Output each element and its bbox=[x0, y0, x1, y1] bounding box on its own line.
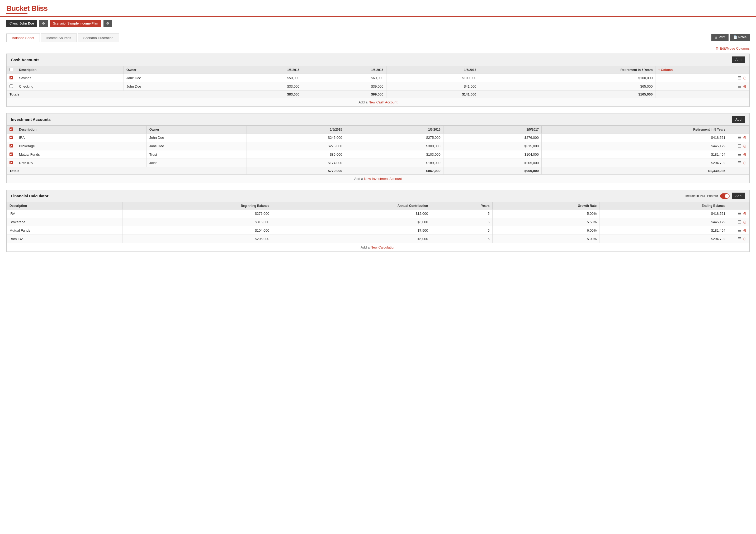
cash-row-1-remove-icon[interactable]: ⊖ bbox=[743, 84, 746, 89]
fc-row-2-remove-icon[interactable]: ⊖ bbox=[743, 228, 746, 233]
investment-accounts-select-all[interactable] bbox=[10, 127, 13, 131]
investment-totals-v1: $779,000 bbox=[247, 167, 345, 175]
logo: Bucket Bliss bbox=[6, 4, 750, 13]
fc-row-3-menu-icon[interactable]: ☰ bbox=[738, 236, 742, 242]
notes-icon: 📄 bbox=[733, 35, 737, 39]
include-pdf-toggle[interactable] bbox=[720, 193, 730, 199]
cash-accounts-title: Cash Accounts bbox=[11, 58, 40, 62]
edit-columns-link[interactable]: ⚙ Edit/Move Columns bbox=[716, 46, 750, 50]
fc-row-1-menu-icon[interactable]: ☰ bbox=[738, 219, 742, 224]
inv-row-2-v1: $85,000 bbox=[247, 150, 345, 159]
inv-row-0-v2: $275,000 bbox=[345, 134, 443, 142]
inv-row-1-menu-icon[interactable]: ☰ bbox=[738, 143, 742, 148]
fc-row-0-menu-icon[interactable]: ☰ bbox=[738, 211, 742, 216]
fc-row-3-actions: ☰ ⊖ bbox=[731, 236, 746, 242]
client-name: John Doe bbox=[19, 22, 34, 25]
inv-row-1-checkbox[interactable] bbox=[10, 144, 13, 147]
table-row: IRA $276,000 $12,000 5 5.00% $418,561 ☰ … bbox=[7, 210, 749, 218]
fc-col-ending-balance: Ending Balance bbox=[600, 202, 728, 210]
fc-row-1-ending-balance: $445,179 bbox=[600, 218, 728, 226]
fc-row-3-remove-icon[interactable]: ⊖ bbox=[743, 236, 746, 242]
new-cash-account-link[interactable]: New Cash Account bbox=[368, 100, 397, 104]
tab-actions: 🖨 Print 📄 Notes bbox=[712, 34, 750, 40]
cash-accounts-select-all[interactable] bbox=[10, 68, 13, 71]
client-label: Client: bbox=[10, 22, 18, 25]
scenario-gear-button[interactable]: ⚙ bbox=[103, 20, 112, 27]
inv-row-2-menu-icon[interactable]: ☰ bbox=[738, 152, 742, 157]
cash-row-1-menu-icon[interactable]: ☰ bbox=[738, 84, 742, 89]
cash-totals-label: Totals bbox=[7, 91, 218, 98]
cash-col-owner: Owner bbox=[123, 66, 218, 74]
inv-row-0-checkbox[interactable] bbox=[10, 136, 13, 139]
table-row: Brokerage Jane Doe $275,000 $300,000 $31… bbox=[7, 142, 749, 150]
cash-row-0-description: Savings bbox=[16, 74, 124, 82]
fc-add-row: Add a New Calculation bbox=[7, 243, 749, 252]
cash-add-row: Add a New Cash Account bbox=[7, 98, 749, 107]
inv-col-retirement: Retirement in 5 Years bbox=[542, 126, 728, 134]
inv-row-0-menu-icon[interactable]: ☰ bbox=[738, 135, 742, 140]
inv-row-1-description: Brokerage bbox=[16, 142, 147, 150]
cash-accounts-add-button[interactable]: Add bbox=[732, 57, 745, 63]
cash-row-0-menu-icon[interactable]: ☰ bbox=[738, 75, 742, 81]
inv-row-3-remove-icon[interactable]: ⊖ bbox=[743, 161, 746, 165]
inv-row-0-remove-icon[interactable]: ⊖ bbox=[743, 135, 746, 140]
inv-row-3-menu-icon[interactable]: ☰ bbox=[738, 161, 742, 165]
cash-row-1-checkbox[interactable] bbox=[10, 85, 13, 88]
fc-col-description: Description bbox=[7, 202, 122, 210]
fc-row-2-annual-contribution: $7,500 bbox=[272, 226, 431, 235]
client-badge: Client: John Doe bbox=[6, 20, 37, 27]
investment-totals-row: Totals $779,000 $867,000 $900,000 $1,339… bbox=[7, 167, 749, 175]
inv-row-3-actions: ☰ ⊖ bbox=[731, 161, 746, 165]
inv-row-2-checkbox[interactable] bbox=[10, 152, 13, 156]
client-gear-button[interactable]: ⚙ bbox=[39, 20, 48, 27]
fc-row-1-remove-icon[interactable]: ⊖ bbox=[743, 219, 746, 224]
include-pdf-label: Include in PDF Printout bbox=[685, 194, 718, 198]
fc-col-years: Years bbox=[431, 202, 492, 210]
inv-col-date3: 1/5/2017 bbox=[443, 126, 541, 134]
inv-row-3-owner: Joint bbox=[147, 159, 247, 167]
inv-row-2-remove-icon[interactable]: ⊖ bbox=[743, 152, 746, 157]
investment-accounts-title: Investment Accounts bbox=[11, 117, 51, 122]
fc-row-2-description: Mutual Funds bbox=[7, 226, 122, 235]
inv-row-2-v2: $103,000 bbox=[345, 150, 443, 159]
cash-row-1-v3: $41,000 bbox=[386, 82, 479, 91]
fc-row-1-beginning-balance: $315,000 bbox=[122, 218, 272, 226]
inv-row-1-v2: $300,000 bbox=[345, 142, 443, 150]
cash-col-add-column[interactable]: + Column bbox=[656, 66, 749, 74]
inv-row-2-v4: $181,454 bbox=[542, 150, 728, 159]
investment-add-row-cell: Add a New Investment Account bbox=[7, 175, 749, 183]
cash-col-date1: 1/5/2015 bbox=[218, 66, 302, 74]
notes-button[interactable]: 📄 Notes bbox=[730, 34, 750, 40]
inv-row-1-remove-icon[interactable]: ⊖ bbox=[743, 143, 746, 148]
tab-balance-sheet[interactable]: Balance Sheet bbox=[6, 34, 40, 42]
fc-row-3-beginning-balance: $205,000 bbox=[122, 235, 272, 243]
fc-row-2-menu-icon[interactable]: ☰ bbox=[738, 228, 742, 233]
toggle-knob bbox=[725, 194, 729, 198]
inv-row-3-v2: $189,000 bbox=[345, 159, 443, 167]
table-row: Checking John Doe $33,000 $39,000 $41,00… bbox=[7, 82, 749, 91]
cash-row-0-checkbox[interactable] bbox=[10, 76, 13, 79]
tab-scenario-illustration[interactable]: Scenario Illustration bbox=[78, 34, 119, 42]
inv-row-0-owner: John Doe bbox=[147, 134, 247, 142]
inv-row-2-v3: $104,000 bbox=[443, 150, 541, 159]
cash-totals-v3: $141,000 bbox=[386, 91, 479, 98]
new-calculation-link[interactable]: New Calculation bbox=[371, 245, 395, 249]
financial-calculator-add-button[interactable]: Add bbox=[732, 192, 745, 199]
investment-accounts-add-button[interactable]: Add bbox=[732, 116, 745, 123]
inv-row-3-checkbox[interactable] bbox=[10, 161, 13, 165]
inv-row-1-v3: $315,000 bbox=[443, 142, 541, 150]
fc-row-1-years: 5 bbox=[431, 218, 492, 226]
investment-add-row-prefix: Add a bbox=[354, 177, 364, 181]
fc-row-0-remove-icon[interactable]: ⊖ bbox=[743, 211, 746, 216]
cash-row-0-remove-icon[interactable]: ⊖ bbox=[743, 75, 746, 81]
fc-row-3-years: 5 bbox=[431, 235, 492, 243]
scenario-label: Scenario: bbox=[53, 22, 67, 25]
new-investment-account-link[interactable]: New Investment Account bbox=[364, 177, 402, 181]
edit-columns-icon: ⚙ bbox=[716, 46, 719, 50]
cash-col-description: Description bbox=[16, 66, 124, 74]
print-button[interactable]: 🖨 Print bbox=[712, 34, 729, 40]
fc-row-1-growth-rate: 5.50% bbox=[492, 218, 600, 226]
tab-income-sources[interactable]: Income Sources bbox=[41, 34, 77, 42]
inv-row-2-owner: Trust bbox=[147, 150, 247, 159]
investment-accounts-header: Investment Accounts Add bbox=[7, 114, 749, 126]
